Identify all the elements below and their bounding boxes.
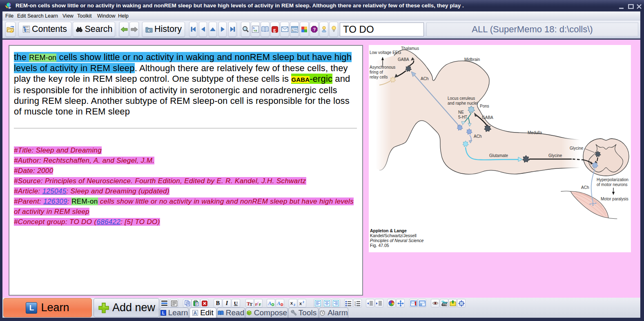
superscript-button[interactable]: x 2	[298, 299, 306, 308]
layout-1-button[interactable]	[409, 299, 418, 308]
colors-button[interactable]	[300, 22, 309, 37]
close-icon[interactable]	[635, 4, 644, 9]
article-link[interactable]: 125045	[42, 187, 67, 195]
hint-hand-button[interactable]	[319, 22, 328, 37]
zoom-search-button[interactable]	[241, 22, 250, 37]
label-async-3: relay cells	[370, 75, 388, 79]
google-button[interactable]: g	[270, 22, 279, 37]
view-eye-button[interactable]	[431, 299, 439, 308]
parent-link[interactable]: 126309	[43, 198, 67, 205]
indent-button[interactable]	[375, 299, 383, 308]
muscle	[561, 181, 620, 225]
delete-button[interactable]	[200, 299, 209, 308]
registry-button[interactable]	[440, 299, 448, 308]
bold-button[interactable]: B	[214, 299, 222, 308]
maximize-icon[interactable]	[626, 4, 635, 9]
ref-article: #Article: 125045: Sleep and Dreaming (up…	[14, 186, 358, 196]
plan-button[interactable]: x	[290, 22, 299, 37]
search-button[interactable]: Search	[73, 22, 115, 37]
export-button[interactable]	[448, 299, 457, 308]
hint-bulb-icon	[331, 26, 336, 33]
minimize-icon[interactable]	[617, 4, 626, 9]
label-glutamate: Glutamate	[489, 153, 508, 158]
translate-button[interactable]: b a	[251, 22, 260, 37]
tab-compose-label: Compose	[254, 308, 287, 317]
label-ach-motor: ACh	[581, 185, 589, 190]
history-button[interactable]: History	[142, 22, 185, 37]
font-size-button[interactable]: F f F	[254, 299, 263, 308]
tab-tools-icon	[290, 310, 296, 316]
dictionary-button[interactable]	[261, 22, 270, 37]
help-button[interactable]: ?	[310, 22, 319, 37]
underline-button[interactable]: U	[232, 299, 240, 308]
hint-hand-icon	[321, 26, 328, 33]
menu-learn[interactable]: Learn	[45, 13, 58, 19]
learn-button[interactable]: L Learn	[3, 298, 92, 317]
numbered-list-button[interactable]: 1 2 3	[353, 299, 362, 308]
font-color-button[interactable]: T T	[245, 299, 254, 308]
element-text[interactable]: the REM-on cells show little or no activ…	[14, 52, 354, 117]
align-left-button[interactable]	[314, 299, 322, 308]
align-right-button[interactable]	[332, 299, 340, 308]
back-button[interactable]	[119, 22, 129, 37]
expand-button[interactable]	[457, 299, 466, 308]
image-component[interactable]: Thalamus Low voltage EEG GABA Asynchrono…	[369, 45, 631, 252]
italic-button[interactable]: I	[223, 299, 231, 308]
mail-button[interactable]	[280, 22, 289, 37]
menu-toolkit[interactable]: Toolkit	[77, 13, 91, 19]
menu-edit[interactable]: Edit	[17, 13, 26, 19]
open-collection-button[interactable]	[5, 22, 16, 37]
add-new-button[interactable]: Add new	[94, 298, 159, 317]
html-edit-component[interactable]: the REM-on cells show little or no activ…	[9, 45, 363, 296]
dictionary-icon	[261, 26, 269, 32]
menu-search[interactable]: Search	[27, 13, 44, 19]
concept-group-input[interactable]	[340, 22, 424, 36]
font-shrink-button[interactable]: A	[276, 299, 284, 308]
move-button[interactable]	[396, 299, 405, 308]
nav-last-button[interactable]	[228, 22, 236, 37]
component-order-button[interactable]	[160, 299, 169, 308]
ref-concept-group: #Concept group: TO DO (686422: [5] TO DO…	[14, 217, 358, 227]
app-window: REM-on cells show little or no activity …	[0, 0, 644, 321]
nav-first-button[interactable]	[189, 22, 197, 37]
copy-button[interactable]	[183, 299, 192, 308]
svg-text:x: x	[292, 29, 294, 31]
tab-alarm[interactable]: Alarm	[319, 308, 348, 318]
reference-separator	[14, 128, 357, 128]
tab-tools[interactable]: Tools	[288, 308, 319, 318]
window-border-right	[640, 11, 644, 318]
menu-help[interactable]: Help	[118, 13, 129, 19]
align-center-button[interactable]	[323, 299, 331, 308]
menu-file[interactable]: File	[5, 13, 13, 19]
menu-view[interactable]: View	[62, 13, 74, 19]
forward-button[interactable]	[129, 22, 139, 37]
color-wheel-icon	[388, 300, 394, 306]
tab-edit[interactable]: A Edit	[189, 308, 216, 318]
nav-next-button[interactable]	[218, 22, 227, 37]
paste-button[interactable]	[192, 299, 200, 308]
outdent-button[interactable]	[366, 299, 374, 308]
nav-prev-button[interactable]	[199, 22, 207, 37]
concept-link[interactable]: 686422	[96, 218, 120, 226]
svg-text:A: A	[277, 300, 281, 306]
contents-button[interactable]: Contents	[18, 22, 71, 37]
text-component-button[interactable]	[170, 299, 178, 308]
label-midbrain: Midbrain	[464, 57, 480, 62]
nav-up-button[interactable]	[209, 22, 217, 37]
tab-compose[interactable]: Compose	[245, 308, 288, 318]
component-order-icon	[161, 301, 167, 306]
layout-2-button[interactable]	[418, 299, 426, 308]
tab-read[interactable]: Read	[217, 308, 245, 318]
bullet-list-icon	[345, 301, 352, 306]
app-icon	[4, 2, 12, 10]
font-grow-button[interactable]: A	[267, 299, 275, 308]
svg-text:3: 3	[354, 304, 356, 306]
menu-window[interactable]: Window	[97, 13, 115, 19]
font-size-icon: F f F	[255, 301, 261, 306]
tab-learn[interactable]: L Learn	[160, 308, 189, 318]
svg-text:2: 2	[294, 303, 295, 306]
bullet-list-button[interactable]	[344, 299, 353, 308]
hint-bulb-button[interactable]	[329, 22, 338, 37]
color-wheel-button[interactable]	[387, 299, 396, 308]
subscript-button[interactable]: x 2	[289, 299, 297, 308]
